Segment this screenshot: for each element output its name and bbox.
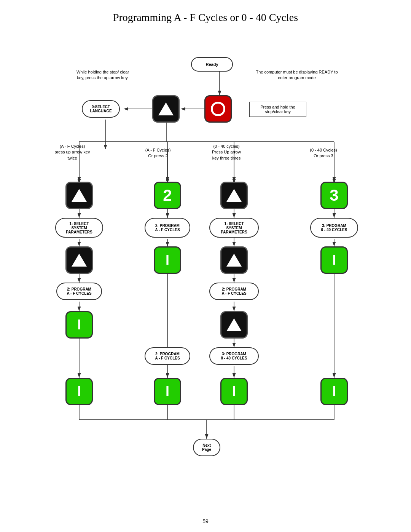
prog-040-oval-col4: 3: PROGRAM 0 - 40 CYCLES: [310, 218, 358, 238]
green-i-button-col4-row2[interactable]: I: [320, 378, 348, 405]
arrow-up-icon: [72, 254, 87, 267]
arrow-up-icon: [72, 189, 87, 202]
green-i-button-col1-row2[interactable]: I: [65, 311, 93, 339]
prog-af-oval-col2-b: 2: PROGRAM A - F CYCLES: [145, 347, 190, 365]
arrow-up-icon: [226, 189, 242, 202]
up-arrow-button-col3-row3[interactable]: [220, 311, 248, 339]
up-arrow-button-col1-row2[interactable]: [65, 246, 93, 274]
num3-button[interactable]: 3: [320, 182, 348, 209]
next-page-oval: Next Page: [193, 439, 220, 456]
up-arrow-button-col1-row1[interactable]: [65, 182, 93, 209]
page: Programming A - F Cycles or 0 - 40 Cycle…: [0, 0, 411, 532]
up-arrow-button-col3-row1[interactable]: [220, 182, 248, 209]
prog-af-oval-col1: 2: PROGRAM A - F CYCLES: [56, 283, 102, 300]
ready-oval: Ready: [191, 57, 233, 72]
green-i-button-col4-row1[interactable]: I: [320, 246, 348, 274]
label-cycle040-or3: (0 - 40 Cycles) Or press 3: [299, 147, 348, 159]
up-arrow-button-col3-row2[interactable]: [220, 246, 248, 274]
prog-040-oval-col3: 3: PROGRAM 0 - 40 CYCLES: [209, 347, 259, 365]
green-i-button-col1-row3[interactable]: I: [65, 378, 93, 405]
prog-af-oval-col3: 2: PROGRAM A - F CYCLES: [209, 283, 259, 300]
up-arrow-button-top[interactable]: [152, 95, 180, 123]
select-language-oval: 0:SELECT LANGUAGE: [82, 100, 120, 118]
label-af-twice: (A - F Cycles) press up arrow key twice: [48, 144, 97, 161]
arrow-up-icon: [226, 254, 242, 267]
label-cycle040-3x: (0 - 40 cycles) Press Up arrow key three…: [202, 144, 251, 161]
green-i-button-col3-row2[interactable]: I: [220, 378, 248, 405]
arrow-up-icon: [158, 102, 174, 115]
note-right: The computer must be displaying READY to…: [251, 69, 342, 81]
num2-button[interactable]: 2: [154, 182, 181, 209]
label-af-or2: (A - F Cycles) Or press 2: [135, 147, 181, 159]
press-hold-label: Press and hold the stop/clear key: [249, 102, 306, 117]
circle-icon: [211, 102, 225, 116]
diagram: Ready 0:SELECT LANGUAGE While holding th…: [15, 31, 396, 507]
select-sys-params-oval-col1: 1: SELECT SYSTEM PARAMETERS: [55, 218, 103, 238]
select-sys-params-oval-col3: 1: SELECT SYSTEM PARAMETERS: [209, 218, 259, 238]
green-i-button-col2-row1[interactable]: I: [154, 246, 181, 274]
arrow-up-icon: [226, 318, 242, 331]
page-number: 59: [0, 518, 411, 524]
green-i-button-col2-row2[interactable]: I: [154, 378, 181, 405]
page-title: Programming A - F Cycles or 0 - 40 Cycle…: [15, 11, 396, 24]
note-left: While holding the stop/ clear key, press…: [74, 69, 131, 81]
prog-af-oval-col2: 2: PROGRAM A - F CYCLES: [145, 218, 190, 238]
stop-clear-button[interactable]: [204, 95, 232, 123]
